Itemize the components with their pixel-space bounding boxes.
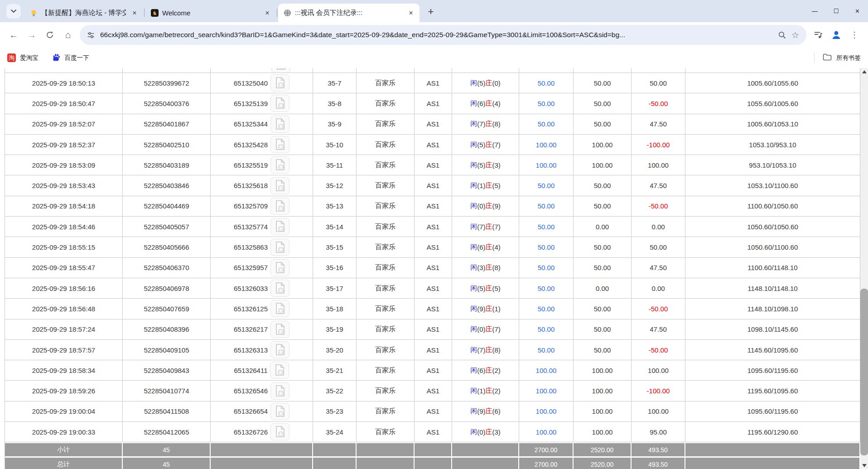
cell-bet-time: 2025-09-29 18:55:15 bbox=[5, 237, 123, 257]
cell-result-detail: 闲(6) 庄(4) bbox=[452, 93, 519, 113]
cell-bet-amount-link[interactable]: 50.00 bbox=[519, 299, 574, 319]
tab-title: 【新提醒】海燕论坛 - 博学交流 bbox=[41, 9, 126, 17]
cell-game-id: 651325428 bbox=[211, 135, 313, 155]
close-window-button[interactable]: × bbox=[847, 0, 868, 22]
video-icon-button[interactable] bbox=[270, 218, 289, 235]
tab-bet-records-active[interactable]: :::视讯 会员下注纪录::: × bbox=[278, 4, 420, 22]
tab-close-icon[interactable]: × bbox=[406, 8, 416, 18]
bookmark-aitaobao[interactable]: 淘 爱淘宝 bbox=[7, 53, 39, 62]
cell-round: 35-23 bbox=[313, 401, 357, 421]
all-bookmarks-button[interactable]: 所有书签 bbox=[814, 53, 861, 63]
maximize-button[interactable]: ☐ bbox=[825, 0, 847, 22]
site-info-icon[interactable] bbox=[87, 31, 95, 39]
tab-close-icon[interactable]: × bbox=[262, 8, 272, 18]
back-button[interactable]: ← bbox=[5, 26, 23, 44]
cell-bet-amount-link[interactable]: 50.00 bbox=[519, 340, 574, 360]
browser-window: 【新提醒】海燕论坛 - 博学交流 × ♞ Welcome × :::视讯 会员下… bbox=[0, 0, 868, 469]
video-icon-button[interactable] bbox=[270, 156, 289, 174]
cell-bet-amount-link[interactable]: 100.00 bbox=[519, 360, 574, 380]
video-icon-button[interactable] bbox=[270, 280, 289, 297]
player-points: (6) bbox=[477, 367, 485, 374]
video-icon-button[interactable] bbox=[270, 362, 289, 379]
cell-result-detail: 闲(7) 庄(8) bbox=[452, 114, 519, 134]
cell-bet-amount-link[interactable]: 50.00 bbox=[519, 237, 574, 257]
tab-forum[interactable]: 【新提醒】海燕论坛 - 博学交流 × bbox=[24, 4, 143, 22]
new-tab-button[interactable]: + bbox=[423, 4, 439, 19]
cell-bet-time: 2025-09-29 18:55:47 bbox=[5, 258, 123, 278]
zoom-icon[interactable] bbox=[778, 31, 786, 39]
cell-bet-amount-link[interactable]: 100.00 bbox=[519, 401, 574, 421]
cell-bet-time: 2025-09-29 18:58:34 bbox=[5, 360, 123, 380]
cell-bet-amount-link[interactable]: 100.00 bbox=[519, 135, 574, 155]
home-button[interactable]: ⌂ bbox=[59, 26, 77, 44]
forward-button[interactable]: → bbox=[23, 26, 41, 44]
cell-bet-amount-link[interactable]: 50.00 bbox=[519, 217, 574, 237]
reload-button[interactable] bbox=[41, 26, 59, 44]
profile-avatar[interactable] bbox=[827, 26, 845, 44]
banker-label: 庄 bbox=[486, 284, 492, 293]
video-icon-button[interactable] bbox=[270, 321, 289, 338]
video-icon-button[interactable] bbox=[270, 177, 289, 194]
tab-welcome[interactable]: ♞ Welcome × bbox=[145, 4, 276, 22]
cell-bet-amount-link[interactable]: 50.00 bbox=[519, 73, 574, 93]
cell-bet-amount-link[interactable]: 50.00 bbox=[519, 196, 574, 216]
footer-winloss-total: 493.50 bbox=[632, 458, 685, 469]
video-icon-button[interactable] bbox=[270, 239, 289, 256]
game-id-text: 651325344 bbox=[234, 120, 268, 128]
url-text: 66cxkj98.com/game/betrecord_search/kind3… bbox=[100, 31, 773, 39]
cell-bet-amount-link[interactable]: 50.00 bbox=[519, 175, 574, 195]
scrollbar-thumb[interactable] bbox=[860, 289, 868, 455]
cell-account: AS1 bbox=[415, 217, 452, 237]
cell-bet-amount-link[interactable]: 50.00 bbox=[519, 319, 574, 339]
video-icon-button[interactable] bbox=[270, 403, 289, 420]
cell-bet-amount-link[interactable]: 50.00 bbox=[519, 114, 574, 134]
video-icon-button[interactable] bbox=[270, 95, 289, 112]
cell-bet-amount-link[interactable]: 50.00 bbox=[519, 258, 574, 278]
cell-valid-amount: 50.00 bbox=[574, 114, 632, 134]
media-controls-button[interactable] bbox=[809, 26, 827, 44]
cell-game-id: 651326546 bbox=[211, 381, 313, 401]
cell-win-loss: -100.00 bbox=[632, 135, 685, 155]
game-id-text: 651325774 bbox=[234, 223, 268, 231]
cell-game-id: 651326033 bbox=[211, 278, 313, 298]
cell-account: AS1 bbox=[415, 114, 452, 134]
banker-label: 庄 bbox=[486, 325, 492, 334]
address-bar[interactable]: 66cxkj98.com/game/betrecord_search/kind3… bbox=[80, 25, 806, 45]
cell-game-name: 百家乐 bbox=[357, 340, 415, 360]
cell-bet-amount-link[interactable]: 100.00 bbox=[519, 155, 574, 175]
player-label: 闲 bbox=[470, 222, 477, 231]
cell-bet-amount-link[interactable]: 100.00 bbox=[519, 381, 574, 401]
footer-empty-cell bbox=[211, 443, 313, 456]
video-icon-button[interactable] bbox=[270, 259, 289, 276]
vertical-scrollbar[interactable] bbox=[860, 68, 868, 469]
cell-bet-amount-link[interactable]: 100.00 bbox=[519, 422, 574, 442]
video-icon-button[interactable] bbox=[270, 300, 289, 317]
bookmark-baidu[interactable]: 百度一下 bbox=[52, 53, 89, 63]
cell-bet-time: 2025-09-29 18:53:43 bbox=[5, 175, 123, 195]
cell-win-loss: 47.50 bbox=[632, 258, 685, 278]
scroll-down-arrow[interactable] bbox=[860, 462, 868, 469]
cell-game-id: 651325774 bbox=[211, 217, 313, 237]
video-icon-button[interactable] bbox=[270, 74, 289, 92]
game-id-text: 651325863 bbox=[234, 243, 268, 251]
cell-bet-amount-link[interactable]: 50.00 bbox=[519, 278, 574, 298]
cell-win-loss: 0.00 bbox=[632, 278, 685, 298]
video-icon-button[interactable] bbox=[270, 382, 289, 400]
video-icon-button[interactable] bbox=[270, 423, 289, 440]
tab-search-button[interactable] bbox=[6, 4, 21, 19]
menu-kebab-icon[interactable]: ⋮ bbox=[845, 26, 863, 44]
cell-bet-id: 522850405666 bbox=[123, 237, 211, 257]
scroll-up-arrow[interactable] bbox=[860, 68, 868, 75]
video-icon-button[interactable] bbox=[270, 198, 289, 215]
video-icon-button[interactable] bbox=[270, 341, 289, 358]
video-icon-button[interactable] bbox=[270, 116, 289, 133]
video-icon-button[interactable] bbox=[270, 136, 289, 153]
tab-close-icon[interactable]: × bbox=[130, 8, 140, 18]
cell-bet-amount-link[interactable]: 50.00 bbox=[519, 93, 574, 113]
video-icon-button[interactable] bbox=[271, 68, 290, 73]
cell-balance: 1050.60/1100.60 bbox=[685, 237, 860, 257]
cell-round: 35-12 bbox=[313, 175, 357, 195]
minimize-button[interactable]: — bbox=[804, 0, 825, 22]
bookmark-star-icon[interactable]: ☆ bbox=[791, 30, 799, 40]
banker-label: 庄 bbox=[486, 407, 492, 416]
